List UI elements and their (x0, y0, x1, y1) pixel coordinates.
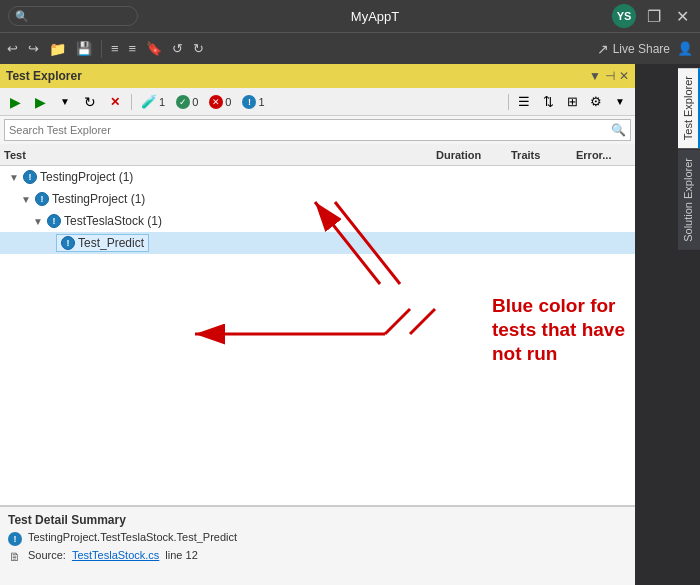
te-search-icon[interactable]: 🔍 (611, 123, 626, 137)
sidebar-tab-solution-explorer[interactable]: Solution Explorer (678, 150, 700, 250)
te-title: Test Explorer (6, 69, 585, 83)
x-icon: ✕ (209, 95, 223, 109)
tree-arrow-1[interactable]: ▼ (20, 194, 32, 205)
badge-failed-count: 0 (225, 96, 231, 108)
badge-passed[interactable]: ✓ 0 (172, 93, 202, 111)
col-header-error: Error... (576, 149, 631, 161)
save-button[interactable]: 💾 (73, 37, 95, 61)
check-icon: ✓ (176, 95, 190, 109)
tree-item-2[interactable]: ▼ ! TestTeslaStock (1) (0, 210, 635, 232)
close-button[interactable]: ✕ (672, 6, 692, 26)
te-toolbar-right: ☰ ⇅ ⊞ ⚙ ▼ (506, 91, 631, 113)
tree-label-1: TestingProject (1) (52, 192, 145, 206)
run-selected-button[interactable]: ▶ (29, 91, 51, 113)
detail-warning-icon: ! (8, 532, 22, 546)
col-header-duration: Duration (436, 149, 511, 161)
te-header: Test Explorer ▼ ⊣ ✕ (0, 64, 635, 88)
te-detail-item-0: ! TestingProject.TestTeslaStock.Test_Pre… (8, 531, 627, 546)
tree-label-2: TestTeslaStock (1) (64, 214, 162, 228)
te-tree: ▼ ! TestingProject (1) ▼ ! TestingProjec… (0, 166, 635, 505)
main-area: Test Explorer ▼ ⊣ ✕ ▶ ▶ ▼ ↻ ✕ 🧪 1 ✓ 0 (0, 64, 700, 585)
detail-source-rest: line 12 (165, 549, 197, 561)
detail-text-0: TestingProject.TestTeslaStock.Test_Predi… (28, 531, 237, 543)
sidebar-tab-test-explorer[interactable]: Test Explorer (678, 68, 700, 148)
te-toolbar: ▶ ▶ ▼ ↻ ✕ 🧪 1 ✓ 0 ✕ 0 ! 1 (0, 88, 635, 116)
badge-passed-count: 0 (192, 96, 198, 108)
nav-button-1[interactable]: ↺ (169, 37, 186, 61)
warning-icon-3: ! (61, 236, 75, 250)
indent-button[interactable]: ≡ (108, 37, 122, 61)
badge-total[interactable]: 🧪 1 (137, 93, 169, 111)
run-dropdown-button[interactable]: ▼ (54, 91, 76, 113)
live-share-icon: ↗ (597, 41, 609, 57)
badge-not-run-count: 1 (258, 96, 264, 108)
main-toolbar: ↩ ↪ 📁 💾 ≡ ≡ 🔖 ↺ ↻ ↗ Live Share 👤 (0, 32, 700, 64)
te-detail-item-1: 🗎 Source: TestTeslaStock.cs line 12 (8, 549, 627, 564)
badge-failed[interactable]: ✕ 0 (205, 93, 235, 111)
sidebar-tab-solution-explorer-label: Solution Explorer (682, 158, 694, 242)
redo-button[interactable]: ↪ (25, 37, 42, 61)
open-file-button[interactable]: 📁 (46, 37, 69, 61)
te-separator-2 (508, 94, 509, 110)
cancel-button[interactable]: ✕ (104, 91, 126, 113)
tree-arrow-0[interactable]: ▼ (8, 172, 20, 183)
sort-button[interactable]: ⇅ (537, 91, 559, 113)
settings-button[interactable]: ⚙ (585, 91, 607, 113)
flask-icon: 🧪 (141, 94, 157, 109)
te-detail-title: Test Detail Summary (8, 513, 627, 527)
tree-item-3[interactable]: ▶ ! Test_Predict (0, 232, 635, 254)
col-header-traits: Traits (511, 149, 576, 161)
title-bar: 🔍 MyAppT YS ❐ ✕ (0, 0, 700, 32)
detail-source-label: Source: (28, 549, 66, 561)
detail-source-link[interactable]: TestTeslaStock.cs (72, 549, 159, 561)
tree-item-0[interactable]: ▼ ! TestingProject (1) (0, 166, 635, 188)
undo-button[interactable]: ↩ (4, 37, 21, 61)
bookmark-button[interactable]: 🔖 (143, 37, 165, 61)
info-icon: ! (242, 95, 256, 109)
te-pin-button[interactable]: ▼ (589, 69, 601, 83)
avatar[interactable]: YS (612, 4, 636, 28)
toolbar-separator-1 (101, 40, 102, 58)
test-item-selected: ! Test_Predict (56, 234, 149, 252)
warning-icon-2: ! (47, 214, 61, 228)
user-profile-button[interactable]: 👤 (674, 37, 696, 61)
te-detail-summary: Test Detail Summary ! TestingProject.Tes… (0, 505, 635, 585)
indent-more-button[interactable]: ≡ (126, 37, 140, 61)
warning-icon-1: ! (35, 192, 49, 206)
tree-item-1[interactable]: ▼ ! TestingProject (1) (0, 188, 635, 210)
columns-button[interactable]: ⊞ (561, 91, 583, 113)
te-separator-1 (131, 94, 132, 110)
run-all-button[interactable]: ▶ (4, 91, 26, 113)
te-close-button[interactable]: ✕ (619, 69, 629, 83)
sidebar-tab-test-explorer-label: Test Explorer (682, 76, 694, 140)
detail-doc-icon: 🗎 (8, 550, 22, 564)
tree-label-0: TestingProject (1) (40, 170, 133, 184)
te-column-headers: Test Duration Traits Error... (0, 144, 635, 166)
title-search-box[interactable]: 🔍 (8, 6, 138, 26)
refresh-button[interactable]: ↻ (79, 91, 101, 113)
te-search-bar: 🔍 (4, 119, 631, 141)
badge-not-run[interactable]: ! 1 (238, 93, 268, 111)
warning-icon-0: ! (23, 170, 37, 184)
right-sidebar: Test Explorer Solution Explorer (635, 64, 700, 585)
restore-button[interactable]: ❐ (644, 6, 664, 26)
window-controls: ❐ ✕ (644, 6, 692, 26)
live-share-button[interactable]: ↗ Live Share (597, 41, 670, 57)
group-by-button[interactable]: ☰ (513, 91, 535, 113)
te-search-input[interactable] (9, 124, 611, 136)
settings-dropdown[interactable]: ▼ (609, 91, 631, 113)
window-title: MyAppT (351, 9, 399, 24)
tree-arrow-2[interactable]: ▼ (32, 216, 44, 227)
te-header-controls: ▼ ⊣ ✕ (589, 69, 629, 83)
tree-label-3: Test_Predict (78, 236, 144, 250)
col-header-test: Test (4, 149, 436, 161)
test-explorer-panel: Test Explorer ▼ ⊣ ✕ ▶ ▶ ▼ ↻ ✕ 🧪 1 ✓ 0 (0, 64, 635, 585)
te-pin-auto-hide[interactable]: ⊣ (605, 69, 615, 83)
badge-total-count: 1 (159, 96, 165, 108)
nav-button-2[interactable]: ↻ (190, 37, 207, 61)
search-icon: 🔍 (15, 10, 29, 23)
live-share-label: Live Share (613, 42, 670, 56)
